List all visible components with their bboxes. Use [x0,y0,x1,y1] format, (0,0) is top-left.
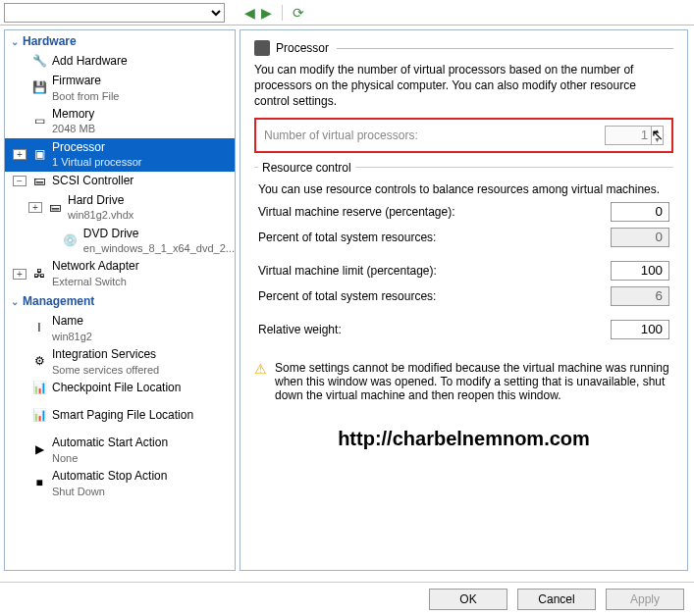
weight-label: Relative weight: [258,323,611,336]
tree-integration-services[interactable]: ⚙ Integration ServicesSome services offe… [5,345,235,379]
processor-settings-panel: Processor You can modify the number of v… [240,29,688,571]
reserve-input[interactable] [611,202,669,222]
management-section[interactable]: ⌄ Management [5,290,235,312]
vproc-label: Number of virtual processors: [264,128,418,142]
integration-icon: ⚙ [30,354,48,370]
management-label: Management [23,294,94,308]
hard-drive-icon: 🖴 [46,200,64,216]
pct2-value [611,286,669,306]
cancel-button[interactable]: Cancel [517,589,596,610]
tree-network-adapter[interactable]: + 🖧 Network AdapterExternal Switch [5,257,235,290]
dvd-icon: 💿 [62,233,80,249]
add-hardware-icon: 🔧 [30,54,48,70]
autostart-icon: ▶ [30,442,48,458]
firmware-icon: 💾 [30,80,48,96]
paging-icon: 📊 [30,408,48,424]
tree-hard-drive[interactable]: + 🖴 Hard Drivewin81g2.vhdx [5,191,235,225]
apply-button: Apply [606,589,684,610]
warning-text: Some settings cannot be modified because… [275,361,673,402]
tree-memory[interactable]: ▭ Memory2048 MB [5,105,235,138]
vproc-input [605,126,652,145]
limit-input[interactable] [611,261,669,281]
tree-smart-paging[interactable]: 📊 Smart Paging File Location [5,406,235,426]
ok-button[interactable]: OK [429,589,507,610]
pct1-value [611,228,669,247]
tree-dvd-drive[interactable]: 💿 DVD Driveen_windows_8_1_x64_dvd_2... [5,225,235,258]
tree-processor[interactable]: + ▣ Processor1 Virtual processor [5,138,235,172]
tree-scsi[interactable]: − 🖴 SCSI Controller [5,172,235,191]
checkpoint-icon: 📊 [30,381,48,396]
tree-name[interactable]: I Namewin81g2 [5,312,235,345]
memory-icon: ▭ [30,114,48,129]
nic-icon: 🖧 [30,266,48,282]
refresh-icon[interactable]: ⟳ [293,5,304,21]
panel-intro: You can modify the number of virtual pro… [254,62,673,110]
processor-icon [254,40,270,56]
group-desc: You can use resource controls to balance… [258,182,669,196]
warning-icon: ⚠ [254,361,267,377]
vm-selector-dropdown[interactable] [4,3,225,23]
tree-auto-start[interactable]: ▶ Automatic Start ActionNone [5,434,235,467]
processor-icon: ▣ [30,147,48,163]
resource-control-group: Resource control You can use resource co… [254,161,673,349]
settings-tree: ⌄ Hardware 🔧 Add Hardware 💾 FirmwareBoot… [4,29,236,571]
limit-label: Virtual machine limit (percentage): [258,264,611,278]
separator [282,5,283,21]
panel-title: Processor [276,41,329,55]
scsi-icon: 🖴 [30,174,48,189]
tree-firmware[interactable]: 💾 FirmwareBoot from File [5,72,235,105]
name-icon: I [30,321,48,336]
hardware-label: Hardware [23,34,77,48]
nav-back-icon[interactable]: ◀ [244,5,255,21]
group-legend: Resource control [258,161,355,175]
tree-auto-stop[interactable]: ■ Automatic Stop ActionShut Down [5,467,235,500]
weight-input[interactable] [611,320,669,339]
tree-add-hardware[interactable]: 🔧 Add Hardware [5,52,235,72]
reserve-label: Virtual machine reserve (percentage): [258,205,611,219]
hardware-section[interactable]: ⌄ Hardware [5,30,235,52]
watermark-text: http://charbelnemnom.com [254,428,673,450]
cursor-icon: ↖ [651,126,664,144]
tree-checkpoint-location[interactable]: 📊 Checkpoint File Location [5,379,235,398]
virtual-processors-row: Number of virtual processors: ▲▼ ↖ [254,118,673,153]
autostop-icon: ■ [30,476,48,491]
chevron-down-icon: ⌄ [11,296,19,307]
pct1-label: Percent of total system resources: [258,231,611,244]
chevron-down-icon: ⌄ [11,36,19,47]
nav-forward-icon[interactable]: ▶ [261,5,272,21]
pct2-label: Percent of total system resources: [258,289,611,303]
